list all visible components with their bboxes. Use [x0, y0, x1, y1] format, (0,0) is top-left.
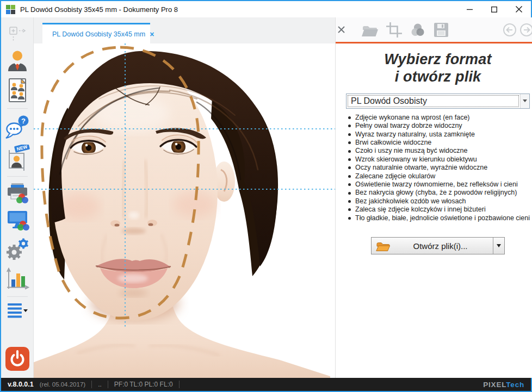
requirements-list: Zdjęcie wykonane na wprost (en face) Peł…	[347, 114, 530, 222]
tab-label: PL Dowód Osobisty 35x45 mm	[52, 30, 145, 38]
sidebar: ? NEW	[1, 17, 34, 378]
heading-line2: i otwórz plik	[346, 69, 530, 86]
requirement-item: Zdjęcie wykonane na wprost (en face)	[347, 114, 530, 122]
single-person-icon[interactable]	[7, 49, 28, 72]
format-select-value[interactable]: PL Dowód Osobisty	[348, 95, 519, 107]
version-label: v.8.0.0.1	[8, 381, 34, 388]
tab-strip: PL Dowód Osobisty 35x45 mm ×	[34, 17, 335, 43]
new-crop-person-icon[interactable]: NEW	[5, 145, 30, 171]
sidebar-divider	[7, 108, 28, 109]
counters-label: PF:0 TL:0 PL:0 FL:0	[114, 381, 173, 388]
requirement-item: Zaleca się zdjęcie kolczyków i innej biż…	[347, 206, 530, 214]
requirement-item: Pełny owal twarzy dobrze widoczny	[347, 122, 530, 130]
status-divider	[179, 381, 180, 388]
save-icon[interactable]	[433, 22, 449, 38]
format-select-dropdown-button[interactable]	[520, 94, 529, 108]
statistics-chart-icon[interactable]	[5, 267, 30, 291]
status-bar: v.8.0.0.1 (rel. 05.04.2017) .. PF:0 TL:0…	[1, 378, 531, 391]
heading-line1: Wybierz format	[346, 51, 530, 69]
chevron-down-icon	[497, 244, 501, 247]
requirement-item: Wzrok skierowany w kierunku obiektywu	[347, 155, 530, 164]
top-toolbar	[336, 17, 532, 43]
display-colors-icon[interactable]	[5, 209, 29, 231]
maximize-button[interactable]	[482, 1, 506, 17]
open-files-label: Otwórz plik(i)...	[390, 241, 493, 251]
requirement-item: Brwi całkowicie widoczne	[347, 139, 530, 147]
back-icon[interactable]	[503, 23, 517, 37]
app-logo-icon	[6, 4, 16, 14]
portrait-photo	[34, 43, 335, 378]
title-bar: PL Dowód Osobisty 35x45 mm - Dokumenty P…	[1, 1, 531, 17]
requirement-item: Tło gładkie, białe, jednolicie oświetlon…	[347, 214, 530, 222]
pixeltech-logo: PIXELTech	[483, 381, 524, 389]
colors-icon[interactable]	[410, 22, 426, 38]
menu-list-icon[interactable]	[6, 302, 29, 319]
forward-icon[interactable]	[519, 23, 532, 37]
tab-pl-dowod-osobisty[interactable]: PL Dowód Osobisty 35x45 mm ×	[42, 23, 150, 43]
status-dots: ..	[98, 381, 102, 388]
tab-close-icon[interactable]: ×	[150, 30, 154, 38]
people-document-icon[interactable]	[7, 78, 28, 103]
help-chat-icon[interactable]: ?	[5, 114, 30, 139]
photo-canvas[interactable]	[34, 43, 335, 378]
requirement-item: Czoło i uszy nie muszą być widoczne	[347, 147, 530, 155]
release-date-label: (rel. 05.04.2017)	[40, 381, 85, 388]
close-button[interactable]	[506, 1, 531, 17]
requirement-item: Oświetlenie twarzy równomierne, bez refl…	[347, 181, 530, 189]
requirement-item: Wyraz twarzy naturalny, usta zamknięte	[347, 130, 530, 139]
requirement-item: Zalecane zdjęcie okularów	[347, 172, 530, 181]
format-panel: Wybierz format i otwórz plik PL Dowód Os…	[336, 43, 532, 378]
app-window: PL Dowód Osobisty 35x45 mm - Dokumenty P…	[0, 0, 532, 392]
requirement-item: Bez nakrycia głowy (chyba, że z powodów …	[347, 189, 530, 197]
panel-heading: Wybierz format i otwórz plik	[346, 51, 530, 86]
power-icon[interactable]	[5, 347, 29, 371]
status-divider	[108, 381, 108, 388]
open-files-button[interactable]: Otwórz plik(i)...	[371, 237, 505, 254]
sidebar-divider	[7, 176, 28, 177]
close-icon[interactable]	[338, 26, 345, 33]
folder-icon	[376, 240, 390, 252]
open-files-dropdown-button[interactable]	[493, 238, 504, 254]
minimize-button[interactable]	[457, 1, 482, 17]
settings-gears-icon[interactable]	[5, 237, 30, 262]
chevron-down-icon	[523, 99, 527, 102]
sidebar-divider	[7, 296, 28, 297]
window-title: PL Dowód Osobisty 35x45 mm - Dokumenty P…	[20, 5, 178, 14]
crop-icon[interactable]	[386, 22, 403, 38]
open-folder-icon[interactable]	[361, 22, 379, 38]
format-select[interactable]: PL Dowód Osobisty	[346, 94, 530, 109]
requirement-item: Oczy naturalnie otwarte, wyraźnie widocz…	[347, 164, 530, 172]
print-colors-icon[interactable]	[5, 182, 29, 204]
status-divider	[91, 381, 92, 388]
svg-text:?: ?	[21, 117, 26, 125]
requirement-item: Bez jakichkolwiek ozdób we włosach	[347, 197, 530, 206]
move-placeholder-icon	[8, 26, 27, 44]
